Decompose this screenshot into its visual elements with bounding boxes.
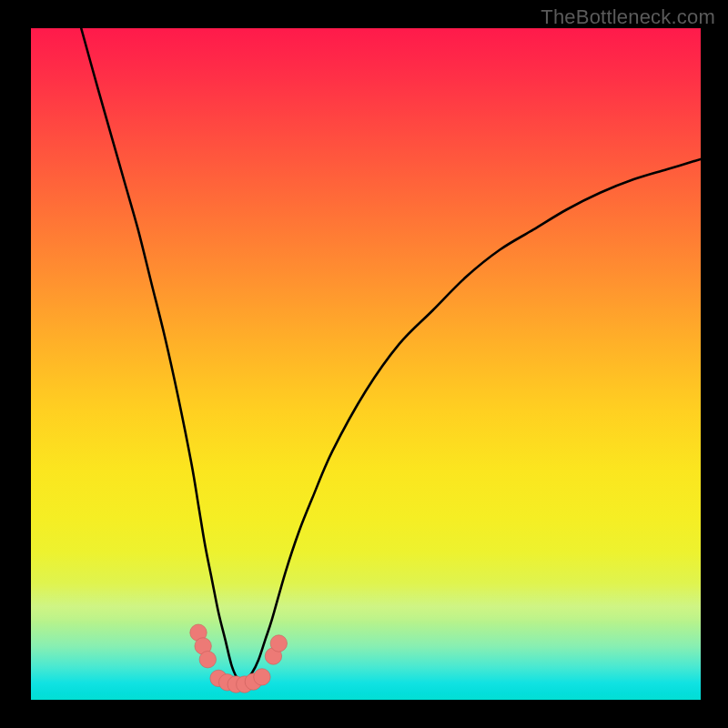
bottleneck-curve	[81, 28, 701, 681]
bead-marker	[199, 652, 216, 668]
outer-frame: TheBottleneck.com	[0, 0, 728, 728]
bead-marker	[254, 669, 270, 685]
chart-svg	[31, 28, 701, 700]
watermark-text: TheBottleneck.com	[541, 5, 715, 29]
beads-group	[190, 624, 288, 693]
bead-marker	[270, 635, 287, 652]
plot-area	[31, 28, 701, 700]
